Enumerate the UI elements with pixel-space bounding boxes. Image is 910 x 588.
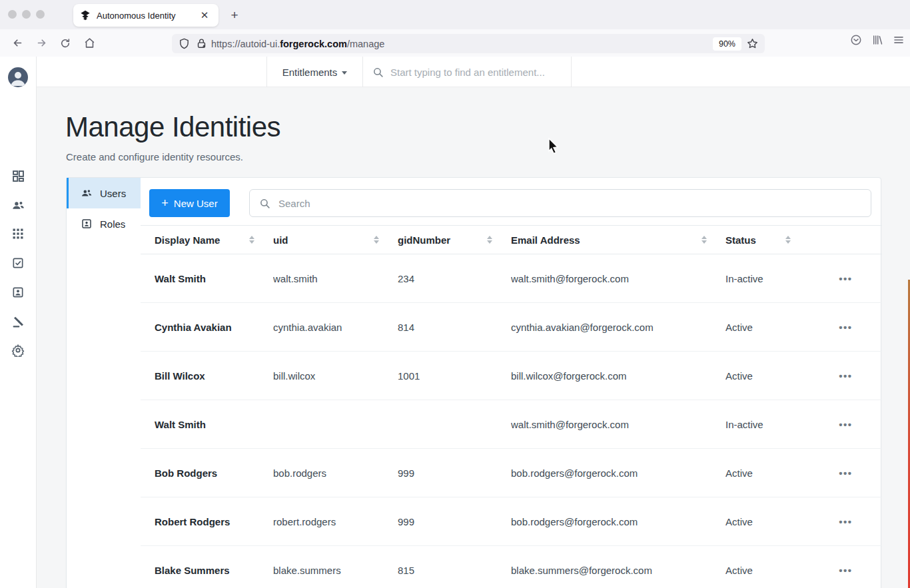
lock-warning-icon[interactable] [196,38,207,49]
cell-uid: cynthia.avakian [273,322,398,333]
plus-icon: + [161,196,169,210]
forgerock-favicon [80,10,91,21]
url-bar[interactable]: https://autoid-ui.forgerock.com/manage 9… [172,34,765,53]
browser-tab[interactable]: Autonomous Identity ✕ [73,4,219,27]
cell-status: In-active [725,273,809,284]
row-actions-menu-icon[interactable]: ••• [839,565,852,576]
new-user-button[interactable]: + New User [149,189,230,217]
roles-tab-icon [81,218,93,230]
row-actions-menu-icon[interactable]: ••• [839,467,852,479]
shield-icon[interactable] [179,38,190,49]
table-row[interactable]: Walt Smith walt.smith 234 walt.smith@for… [141,254,882,303]
dashboard-icon[interactable] [11,169,25,183]
row-actions-menu-icon[interactable]: ••• [839,370,852,382]
pocket-icon[interactable] [850,34,862,46]
table-row[interactable]: Cynthia Avakian cynthia.avakian 814 cynt… [141,303,882,352]
search-icon [259,198,270,209]
roles-tab-label: Roles [100,218,125,230]
page-zoom-indicator[interactable]: 90% [713,37,741,51]
avatar[interactable] [8,67,28,87]
app-sidebar [0,57,37,588]
cell-status: Active [725,516,809,527]
cell-display-name: Bill Wilcox [141,370,273,382]
cell-email: blake.summers@forgerock.com [511,565,725,576]
cell-gidnumber: 999 [398,516,511,527]
home-icon[interactable] [80,34,99,53]
page-title: Manage Identities [65,111,280,143]
cell-gidnumber: 815 [398,565,511,576]
new-tab-button[interactable]: + [227,7,242,23]
forward-icon[interactable] [32,34,51,53]
table-search-input[interactable] [278,198,851,209]
table-row[interactable]: Robert Rodgers robert.rodgers 999 bob.ro… [141,497,882,546]
context-dropdown[interactable]: Entitlements [266,57,363,87]
cell-status: Active [725,322,809,333]
cell-email: bill.wilcox@forgerock.com [511,370,725,382]
menu-hamburger-icon[interactable] [893,34,905,46]
cell-uid: robert.rodgers [273,516,398,527]
cell-status: Active [725,467,809,479]
search-icon [372,67,384,78]
column-header-email[interactable]: Email Address [511,234,725,246]
table-row[interactable]: Bill Wilcox bill.wilcox 1001 bill.wilcox… [141,352,882,400]
identity-badge-icon[interactable] [11,286,25,300]
column-header-uid[interactable]: uid [273,234,398,246]
sort-icon[interactable] [487,236,492,244]
entitlement-search-input[interactable] [390,67,564,78]
sort-icon[interactable] [249,236,254,244]
table-row[interactable]: Blake Summers blake.summers 815 blake.su… [141,546,882,588]
reload-icon[interactable] [56,34,75,53]
cell-email: cynthia.avakian@forgerock.com [511,322,725,333]
context-dropdown-label: Entitlements [282,67,338,78]
sort-icon[interactable] [785,236,791,244]
cell-email: bob.rodgers@forgerock.com [511,516,725,527]
cell-uid: blake.summers [273,565,398,576]
tasks-icon[interactable] [11,256,25,270]
cell-uid: bill.wilcox [273,370,398,382]
cell-gidnumber: 999 [398,467,511,479]
table-row[interactable]: Bob Rodgers bob.rodgers 999 bob.rodgers@… [141,449,882,497]
column-header-status[interactable]: Status [725,234,809,246]
cell-display-name: Walt Smith [141,419,273,430]
users-tab-label: Users [100,188,126,199]
cell-display-name: Bob Rodgers [141,467,273,479]
app-top-bar: Entitlements [37,57,910,87]
apps-grid-icon[interactable] [11,227,25,241]
users-table: Display Name uid gidNumber Email Address… [141,225,882,588]
window-minimize-button[interactable] [22,10,31,19]
window-close-button[interactable] [8,10,17,19]
tab-users[interactable]: Users [67,178,141,208]
column-header-gidnumber[interactable]: gidNumber [398,234,511,246]
cell-display-name: Walt Smith [141,273,273,284]
sort-icon[interactable] [701,236,707,244]
cell-status: In-active [725,419,809,430]
row-actions-menu-icon[interactable]: ••• [839,322,852,333]
table-search [249,189,871,217]
cell-gidnumber: 1001 [398,370,511,382]
cell-display-name: Cynthia Avakian [141,322,273,333]
library-icon[interactable] [871,34,883,46]
panel-toolbar: + New User [141,178,881,220]
users-icon[interactable] [11,198,25,212]
identities-card: Users Roles + New User Display Name [66,177,881,588]
bookmark-star-icon[interactable] [747,38,758,49]
url-text[interactable]: https://autoid-ui.forgerock.com/manage [211,39,713,49]
main-content: Manage Identities Create and configure i… [37,87,910,588]
window-zoom-button[interactable] [36,10,45,19]
tab-close-icon[interactable]: ✕ [197,8,212,23]
row-actions-menu-icon[interactable]: ••• [839,419,852,430]
browser-tab-bar: Autonomous Identity ✕ + [0,0,910,29]
entitlement-search [363,57,572,87]
row-actions-menu-icon[interactable]: ••• [839,273,852,284]
settings-gear-icon[interactable] [11,344,25,358]
column-header-display-name[interactable]: Display Name [141,234,273,246]
table-header-row: Display Name uid gidNumber Email Address… [141,225,882,254]
tab-title: Autonomous Identity [97,11,197,21]
sort-icon[interactable] [374,236,379,244]
back-icon[interactable] [8,34,27,53]
row-actions-menu-icon[interactable]: ••• [839,516,852,527]
tab-roles[interactable]: Roles [67,208,141,239]
browser-toolbar: https://autoid-ui.forgerock.com/manage 9… [0,29,910,57]
rules-gavel-icon[interactable] [11,315,25,329]
table-row[interactable]: Walt Smith walt.smith@forgerock.com In-a… [141,400,882,449]
